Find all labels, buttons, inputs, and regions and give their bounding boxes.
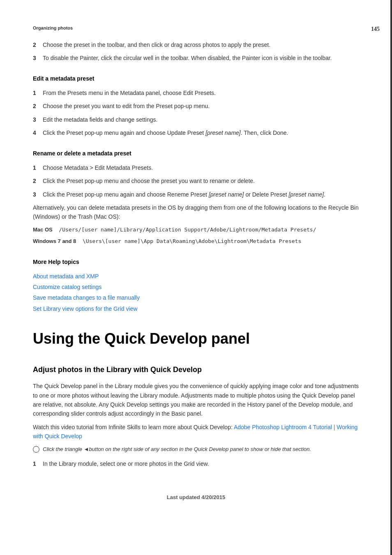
right-border (390, 0, 392, 555)
mac-path: /Users/[user name]/Library/Application S… (56, 227, 316, 233)
edit-item-3-text: Edit the metadata fields and change sett… (43, 115, 359, 124)
note-row: Click the triangle ◄button on the right … (33, 445, 359, 454)
rename-item-1-text: Choose Metadata > Edit Metadata Presets. (43, 163, 359, 172)
rename-item-3-num: 3 (33, 190, 43, 199)
edit-item-2: 2 Choose the preset you want to edit fro… (33, 102, 359, 111)
mac-label: Mac OS (33, 227, 53, 233)
page-number: 145 (371, 25, 380, 34)
rename-item-2: 2 Click the Preset pop-up menu and choos… (33, 176, 359, 185)
help-link-3[interactable]: Save metadata changes to a file manually (33, 293, 359, 302)
edit-item-2-num: 2 (33, 102, 43, 111)
rename-item-1: 1 Choose Metadata > Edit Metadata Preset… (33, 163, 359, 172)
edit-item-4-text: Click the Preset pop-up menu again and c… (43, 128, 359, 137)
quick-develop-para2: Watch this video tutorial from Infinite … (33, 423, 359, 441)
win-path: \Users\[user name]\App Data\Roaming\Adob… (79, 238, 301, 244)
qd-step-1-text: In the Library module, select one or mor… (43, 459, 359, 468)
footer-text: Last updated 4/20/2015 (167, 494, 225, 500)
page-container: 145 Organizing photos 2 Choose the prese… (0, 0, 392, 555)
para2-prefix: Watch this video tutorial from Infinite … (33, 424, 234, 430)
quick-develop-sub-heading: Adjust photos in the Library with Quick … (33, 364, 359, 376)
rename-item-1-num: 1 (33, 163, 43, 172)
mac-path-line: Mac OS /Users/[user name]/Library/Applic… (33, 226, 359, 234)
more-help-links: About metadata and XMP Customize catalog… (33, 272, 359, 314)
quick-develop-section: Using the Quick Develop panel Adjust pho… (33, 330, 359, 469)
section-label: Organizing photos (33, 25, 359, 32)
help-link-4[interactable]: Set Library view options for the Grid vi… (33, 304, 359, 313)
intro-items: 2 Choose the preset in the toolbar, and … (33, 40, 359, 63)
intro-item-1-num: 2 (33, 40, 43, 49)
note-text: Click the triangle ◄button on the right … (43, 445, 311, 454)
help-link-1[interactable]: About metadata and XMP (33, 272, 359, 281)
edit-metadata-heading: Edit a metadata preset (33, 74, 359, 83)
edit-item-4: 4 Click the Preset pop-up menu again and… (33, 128, 359, 137)
edit-item-3-num: 3 (33, 115, 43, 124)
intro-item-1: 2 Choose the preset in the toolbar, and … (33, 40, 359, 49)
rename-item-3: 3 Click the Preset pop-up menu again and… (33, 190, 359, 199)
rename-item-2-text: Click the Preset pop-up menu and choose … (43, 176, 359, 185)
help-link-2[interactable]: Customize catalog settings (33, 282, 359, 291)
qd-step-1-num: 1 (33, 459, 43, 468)
more-help-section: More Help topics About metadata and XMP … (33, 257, 359, 313)
edit-metadata-section: Edit a metadata preset 1 From the Preset… (33, 74, 359, 137)
edit-item-2-text: Choose the preset you want to edit from … (43, 102, 359, 111)
edit-item-4-num: 4 (33, 128, 43, 137)
intro-item-1-text: Choose the preset in the toolbar, and th… (43, 40, 359, 49)
quick-develop-main-heading: Using the Quick Develop panel (33, 330, 359, 347)
page-footer: Last updated 4/20/2015 (33, 493, 359, 502)
more-help-heading: More Help topics (33, 257, 359, 266)
intro-item-2-num: 3 (33, 53, 43, 62)
edit-item-3: 3 Edit the metadata fields and change se… (33, 115, 359, 124)
rename-item-2-num: 2 (33, 176, 43, 185)
rename-para1: Alternatively, you can delete metadata p… (33, 203, 359, 222)
win-path-line: Windows 7 and 8 \Users\[user name]\App D… (33, 237, 359, 246)
intro-item-2-text: To disable the Painter, click the circul… (43, 53, 359, 62)
edit-item-1-text: From the Presets menu in the Metadata pa… (43, 88, 359, 97)
rename-item-3-text: Click the Preset pop-up menu again and c… (43, 190, 359, 199)
quick-develop-para1: The Quick Develop panel in the Library m… (33, 382, 359, 419)
edit-item-1: 1 From the Presets menu in the Metadata … (33, 88, 359, 97)
win-label: Windows 7 and 8 (33, 238, 76, 244)
edit-item-1-num: 1 (33, 88, 43, 97)
qd-step-1: 1 In the Library module, select one or m… (33, 459, 359, 468)
note-icon (33, 446, 39, 453)
rename-metadata-heading: Rename or delete a metadata preset (33, 149, 359, 158)
rename-metadata-section: Rename or delete a metadata preset 1 Cho… (33, 149, 359, 246)
intro-item-2: 3 To disable the Painter, click the circ… (33, 53, 359, 62)
